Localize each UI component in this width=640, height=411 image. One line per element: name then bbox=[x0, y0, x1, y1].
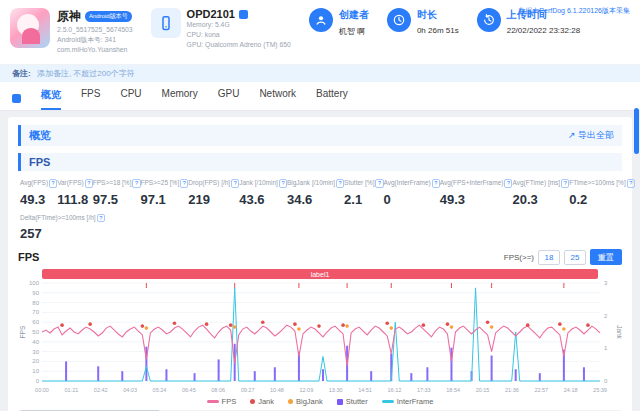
menu-icon[interactable] bbox=[12, 94, 21, 103]
svg-text:08:06: 08:06 bbox=[211, 387, 225, 393]
phone-icon bbox=[151, 8, 181, 38]
help-icon[interactable]: ? bbox=[375, 179, 383, 188]
upload-clock-icon bbox=[477, 8, 501, 32]
tab-Battery[interactable]: Battery bbox=[316, 88, 348, 110]
fps-stats-row2: Delta(FTime)>=100ms [/h]?257 bbox=[18, 214, 622, 248]
help-icon[interactable]: ? bbox=[49, 179, 57, 188]
tab-概览[interactable]: 概览 bbox=[41, 88, 61, 110]
svg-text:10: 10 bbox=[32, 368, 39, 374]
tab-GPU[interactable]: GPU bbox=[218, 88, 240, 110]
stat-Var(FPS): Var(FPS)?111.8 bbox=[57, 179, 93, 207]
fps-chart[interactable]: 01020304050607080901000123FPSJank00:0001… bbox=[18, 279, 622, 397]
svg-text:30: 30 bbox=[32, 349, 39, 355]
svg-text:16:12: 16:12 bbox=[388, 387, 402, 393]
stat-Avg(FPS): Avg(FPS)?49.3 bbox=[20, 179, 57, 207]
svg-text:00:00: 00:00 bbox=[35, 387, 49, 393]
svg-text:90: 90 bbox=[32, 290, 39, 296]
stat-Delta(FTime)>=100ms [/h]: Delta(FTime)>=100ms [/h]?257 bbox=[20, 214, 105, 242]
help-icon[interactable]: ? bbox=[561, 179, 569, 188]
fps-stats-row: Avg(FPS)?49.3Var(FPS)?111.8FPS>=18 [%]?9… bbox=[18, 178, 622, 214]
tab-CPU[interactable]: CPU bbox=[120, 88, 141, 110]
svg-text:17:33: 17:33 bbox=[417, 387, 431, 393]
legend-item-InterFrame[interactable]: InterFrame bbox=[382, 397, 434, 406]
help-icon[interactable]: ? bbox=[627, 179, 635, 188]
note-placeholder-text[interactable]: 添加备注, 不超过200个字符 bbox=[37, 69, 135, 78]
legend-item-Stutter[interactable]: Stutter bbox=[337, 397, 368, 406]
help-icon[interactable]: ? bbox=[336, 179, 344, 188]
chart-legend: FPSJankBigJankStutterInterFrame bbox=[18, 397, 622, 406]
stat-label: Stutter [%]? bbox=[344, 179, 383, 188]
svg-text:02:42: 02:42 bbox=[94, 387, 108, 393]
stat-value: 34.6 bbox=[287, 192, 344, 207]
fps-section-title: FPS bbox=[29, 156, 50, 168]
export-all-link[interactable]: ↗ 导出全部 bbox=[568, 129, 614, 142]
help-icon[interactable]: ? bbox=[279, 179, 287, 188]
stat-label: Drop(FPS) [/h]? bbox=[188, 179, 239, 188]
legend-item-FPS[interactable]: FPS bbox=[207, 397, 237, 406]
interframe-legend-marker-icon bbox=[382, 400, 394, 403]
help-icon[interactable]: ? bbox=[432, 179, 440, 188]
x-axis-labels: 00:0001:2102:4204:0305:2406:4508:0609:27… bbox=[35, 387, 607, 393]
stat-Avg(InterFrame): Avg(InterFrame)?0 bbox=[384, 179, 440, 207]
overview-title: 概览 bbox=[29, 128, 51, 143]
legend-label: InterFrame bbox=[397, 397, 434, 406]
app-title: 原神 bbox=[57, 8, 81, 25]
fps-legend-marker-icon bbox=[207, 400, 219, 403]
fps-chart-header: FPS FPS(>=) 重置 bbox=[18, 249, 622, 265]
tab-bar: 概览FPSCPUMemoryGPUNetworkBattery bbox=[0, 82, 640, 111]
reset-button[interactable]: 重置 bbox=[590, 249, 622, 265]
help-icon[interactable]: ? bbox=[504, 179, 512, 188]
svg-text:70: 70 bbox=[32, 310, 39, 316]
stat-value: 0 bbox=[384, 192, 440, 207]
fps-threshold-input-2[interactable] bbox=[564, 250, 586, 265]
stat-value: 219 bbox=[188, 192, 239, 207]
stat-FPS>=25 [%]: FPS>=25 [%]?97.1 bbox=[141, 179, 189, 207]
stat-value: 20.3 bbox=[512, 192, 569, 207]
stat-value: 43.6 bbox=[239, 192, 287, 207]
help-icon[interactable]: ? bbox=[231, 179, 239, 188]
y-axis-title-left: FPS bbox=[19, 325, 26, 338]
duration-value: 0h 26m 51s bbox=[417, 26, 459, 35]
chart-label-banner[interactable]: label1 bbox=[42, 269, 598, 279]
tab-Network[interactable]: Network bbox=[259, 88, 296, 110]
device-name: OPD2101 bbox=[187, 8, 235, 20]
clock-icon bbox=[387, 8, 411, 32]
svg-text:0: 0 bbox=[604, 378, 608, 384]
stat-value: 97.1 bbox=[141, 192, 189, 207]
svg-text:20:15: 20:15 bbox=[476, 387, 490, 393]
stat-label: Avg(FPS)? bbox=[20, 179, 57, 188]
app-package: com.miHoYo.Yuanshen bbox=[57, 45, 133, 55]
stat-value: 49.3 bbox=[20, 192, 57, 207]
svg-text:50: 50 bbox=[32, 329, 39, 335]
stat-BigJank [/10min]: BigJank [/10min]?34.6 bbox=[287, 179, 344, 207]
app-info: 原神 Android版本号 2.5.0_5517525_5674503 Andr… bbox=[57, 8, 133, 60]
help-icon[interactable]: ? bbox=[180, 179, 188, 188]
help-icon[interactable]: ? bbox=[132, 179, 140, 188]
fps-threshold-input-1[interactable] bbox=[538, 250, 560, 265]
tab-Memory[interactable]: Memory bbox=[162, 88, 198, 110]
vertical-scrollbar-thumb[interactable] bbox=[634, 108, 639, 154]
y-axis-title-right: Jank bbox=[616, 325, 622, 339]
fps-chart-title: FPS bbox=[18, 251, 39, 263]
stat-Stutter [%]: Stutter [%]?2.1 bbox=[344, 179, 383, 207]
svg-text:06:45: 06:45 bbox=[182, 387, 196, 393]
legend-item-BigJank[interactable]: BigJank bbox=[288, 397, 323, 406]
device-cpu: CPU: kona bbox=[187, 30, 291, 40]
help-icon[interactable]: ? bbox=[97, 214, 105, 223]
app-version: 2.5.0_5517525_5674503 bbox=[57, 25, 133, 35]
tab-FPS[interactable]: FPS bbox=[81, 88, 100, 110]
legend-item-Jank[interactable]: Jank bbox=[250, 397, 274, 406]
overview-section-header: 概览 ↗ 导出全部 bbox=[18, 125, 622, 146]
stat-value: 111.8 bbox=[57, 192, 93, 207]
help-icon[interactable]: ? bbox=[85, 179, 93, 188]
stat-value: 0.2 bbox=[569, 192, 635, 207]
creator-value: 机智 啊 bbox=[339, 26, 369, 37]
svg-text:04:03: 04:03 bbox=[123, 387, 137, 393]
tab-bar-items: 概览FPSCPUMemoryGPUNetworkBattery bbox=[41, 88, 348, 110]
stat-value: 2.1 bbox=[344, 192, 383, 207]
person-icon bbox=[309, 8, 333, 32]
stat-value: 97.5 bbox=[93, 192, 141, 207]
svg-text:14:51: 14:51 bbox=[358, 387, 372, 393]
device-block: OPD2101 Memory: 5.4G CPU: kona GPU: Qual… bbox=[151, 8, 291, 60]
stat-Avg(FTime) [ms]: Avg(FTime) [ms]?20.3 bbox=[512, 179, 569, 207]
